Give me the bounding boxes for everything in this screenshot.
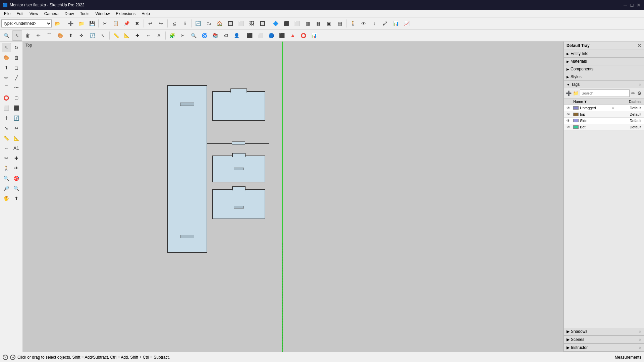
- rotate-tool[interactable]: 🔃: [87, 31, 97, 41]
- zoom-window-button[interactable]: 🔲: [225, 18, 235, 28]
- view-next-button[interactable]: 🔲: [257, 18, 267, 28]
- tape-left-button[interactable]: 📏: [2, 133, 11, 143]
- scale-tool[interactable]: ⤡: [98, 31, 108, 41]
- maximize-button[interactable]: □: [629, 2, 635, 8]
- redo-button[interactable]: ↪: [156, 18, 166, 28]
- tag-row-untagged[interactable]: 👁 Untagged ✏ Default: [564, 105, 644, 111]
- tags-tool[interactable]: 🏷: [221, 31, 231, 41]
- save-button[interactable]: 💾: [87, 18, 97, 28]
- menu-tools[interactable]: Tools: [77, 11, 92, 17]
- offset-left-button[interactable]: ◻: [12, 63, 21, 72]
- scenes-close-icon[interactable]: ✕: [639, 338, 641, 342]
- follow-me-tool[interactable]: 🌀: [199, 31, 209, 41]
- status-info-icon[interactable]: ?: [3, 355, 8, 360]
- erase-button[interactable]: ✖: [132, 18, 142, 28]
- select-tool[interactable]: ↖: [12, 31, 22, 41]
- tags-close-icon[interactable]: ✕: [639, 83, 641, 86]
- paint-tool[interactable]: 🎨: [55, 31, 65, 41]
- bottom-button[interactable]: ▤: [335, 18, 345, 28]
- arc-tool[interactable]: ⌒: [44, 31, 54, 41]
- select-left-button[interactable]: ↖: [2, 43, 11, 52]
- rect-left-button[interactable]: ⬜: [2, 103, 11, 113]
- section-left-button[interactable]: ✂: [2, 154, 11, 163]
- minimize-button[interactable]: ─: [623, 2, 628, 8]
- style2-button[interactable]: 📊: [391, 18, 401, 28]
- pivot-button[interactable]: ↕: [369, 18, 379, 28]
- new-button[interactable]: ➕: [65, 18, 75, 28]
- undo-button[interactable]: ↩: [145, 18, 155, 28]
- panel-close-button[interactable]: ✕: [637, 43, 641, 48]
- tag-settings-button[interactable]: ⚙: [637, 89, 642, 97]
- tape-tool[interactable]: 📏: [111, 31, 121, 41]
- cylinder-tool[interactable]: ⬛: [277, 31, 287, 41]
- section-plane-tool[interactable]: ✂: [178, 31, 188, 41]
- dimension-tool[interactable]: ↔: [143, 31, 153, 41]
- print-button[interactable]: 🖨: [169, 18, 179, 28]
- zoom-realtime-button[interactable]: 🔍: [1, 31, 11, 41]
- paste-button[interactable]: 📌: [121, 18, 131, 28]
- menu-edit[interactable]: Edit: [14, 11, 26, 17]
- circle-left-button[interactable]: ⭕: [2, 93, 11, 103]
- pushpull-left-button[interactable]: ⬆: [2, 63, 11, 72]
- tag-eye-top[interactable]: 👁: [567, 112, 573, 116]
- tag-row-side[interactable]: 👁 Side Default: [564, 118, 644, 124]
- text-left-button[interactable]: A1: [12, 143, 21, 153]
- bar-chart-button[interactable]: 📊: [309, 31, 319, 41]
- protractor-tool[interactable]: 📐: [122, 31, 132, 41]
- folder-tag-button[interactable]: 📁: [573, 89, 579, 97]
- styles-header[interactable]: ▶ Styles: [564, 73, 644, 80]
- right-rect-3[interactable]: [212, 156, 265, 182]
- text-tool[interactable]: A: [154, 31, 164, 41]
- close-button[interactable]: ✕: [636, 2, 641, 8]
- instructor-header[interactable]: ▶ Instructor ✕: [564, 344, 644, 352]
- tag-eye-side[interactable]: 👁: [567, 119, 573, 123]
- eraser-tool[interactable]: 🗑: [23, 31, 33, 41]
- browse-button[interactable]: 📂: [52, 18, 62, 28]
- add-tag-button[interactable]: ➕: [566, 89, 572, 97]
- tag-row-top[interactable]: 👁 top Default: [564, 111, 644, 118]
- shadows-header[interactable]: ▶ Shadows ✕: [564, 328, 644, 336]
- orbit-button[interactable]: 🔄: [193, 18, 203, 28]
- front-button[interactable]: ⬜: [292, 18, 302, 28]
- tag-edit-button[interactable]: ✏: [631, 89, 636, 97]
- chart-button[interactable]: 📈: [401, 18, 412, 28]
- tags-search-input[interactable]: [580, 89, 630, 97]
- style1-button[interactable]: 🖊: [380, 18, 390, 28]
- move-tool[interactable]: ✛: [76, 31, 87, 41]
- zoom-left-button[interactable]: 🔍: [2, 174, 11, 183]
- view-prev-button[interactable]: 🖼: [247, 18, 257, 28]
- box-tool[interactable]: ⬛: [245, 31, 255, 41]
- type-combo[interactable]: Type: <undefined>: [1, 19, 52, 27]
- axes-tool[interactable]: ✚: [132, 31, 143, 41]
- col-name-header[interactable]: Name ▼: [573, 100, 614, 104]
- viewport[interactable]: Top: [23, 42, 564, 352]
- pushpull-tool[interactable]: ⬆: [66, 31, 76, 41]
- look-left-button[interactable]: 👁: [12, 164, 21, 173]
- torus-tool[interactable]: ⭕: [298, 31, 308, 41]
- menu-extensions[interactable]: Extensions: [113, 11, 138, 17]
- axes-left-button[interactable]: ✚: [12, 154, 21, 163]
- status-arrow-icon[interactable]: →: [10, 355, 15, 360]
- right-rect-4[interactable]: [212, 189, 265, 219]
- copy-button[interactable]: 📋: [111, 18, 121, 28]
- magnify-left-button[interactable]: 🔍: [12, 184, 21, 193]
- instructor-close-icon[interactable]: ✕: [639, 346, 641, 350]
- menu-draw[interactable]: Draw: [62, 11, 77, 17]
- target-left-button[interactable]: 🎯: [12, 174, 21, 183]
- walkthrough-button[interactable]: 🚶: [348, 18, 358, 28]
- stamp-left-button[interactable]: ⬆: [12, 194, 21, 203]
- scale-left-button[interactable]: ⤡: [2, 123, 11, 133]
- back-button[interactable]: ▦: [313, 18, 323, 28]
- rotatedrect-left-button[interactable]: ⬛: [12, 103, 21, 113]
- pencil-tool[interactable]: ✏: [34, 31, 44, 41]
- zoom-extents-button[interactable]: ⬜: [236, 18, 246, 28]
- move-left-button[interactable]: ✛: [2, 113, 11, 123]
- orbit-left-button[interactable]: ↻: [12, 43, 21, 52]
- open-button[interactable]: 📁: [76, 18, 86, 28]
- zoom2-left-button[interactable]: 🔎: [2, 184, 11, 193]
- menu-window[interactable]: Window: [93, 11, 113, 17]
- eraser-left-button[interactable]: 🗑: [12, 53, 21, 62]
- iso-button[interactable]: 🔷: [270, 18, 280, 28]
- pencil-left-button[interactable]: ✏: [2, 73, 11, 82]
- menu-help[interactable]: Help: [139, 11, 153, 17]
